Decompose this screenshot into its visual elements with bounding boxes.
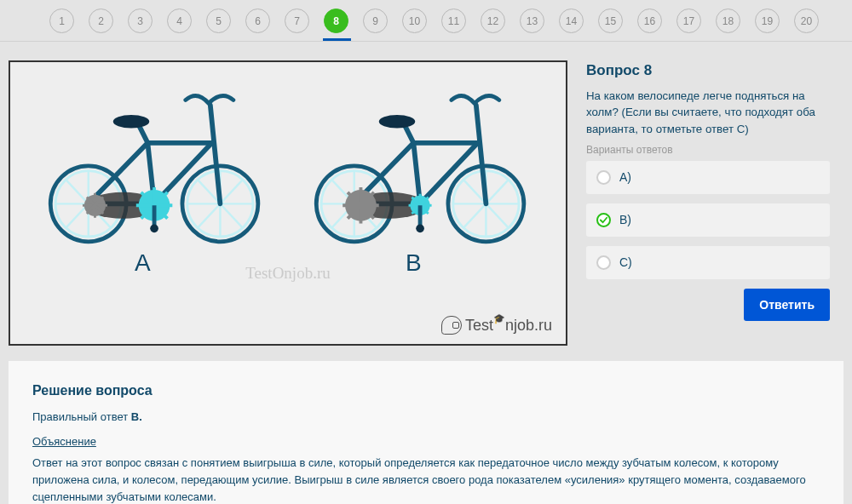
nav-question-17[interactable]: 17	[676, 9, 701, 33]
svg-line-15	[220, 203, 243, 228]
svg-line-54	[486, 179, 509, 203]
svg-point-27	[113, 115, 150, 128]
nav-question-12[interactable]: 12	[481, 9, 505, 33]
svg-line-22	[210, 105, 221, 203]
question-text: На каком велосипеде легче подняться на х…	[586, 88, 830, 137]
nav-question-3[interactable]: 3	[128, 9, 153, 33]
svg-line-17	[197, 203, 220, 228]
svg-point-40	[150, 225, 158, 233]
question-image-panel: A	[9, 60, 567, 346]
nav-question-2[interactable]: 2	[89, 9, 113, 33]
nav-question-19[interactable]: 19	[755, 9, 780, 33]
answer-option-c[interactable]: C)	[586, 246, 830, 279]
nav-question-9[interactable]: 9	[363, 9, 388, 33]
nav-question-16[interactable]: 16	[637, 9, 662, 33]
nav-question-10[interactable]: 10	[402, 9, 427, 33]
solution-panel: Решение вопроса Правильный ответ B. Объя…	[9, 361, 843, 504]
nav-question-4[interactable]: 4	[167, 9, 192, 33]
svg-point-68	[379, 115, 416, 128]
radio-icon	[596, 170, 611, 185]
question-title: Вопрос 8	[586, 62, 830, 79]
logo-text: Test	[465, 317, 493, 334]
solution-correct-line: Правильный ответ B.	[32, 410, 820, 423]
options-caption: Варианты ответов	[586, 144, 830, 156]
answer-option-a[interactable]: A)	[586, 161, 830, 194]
answer-label: B)	[619, 213, 631, 226]
bike-a: A	[27, 77, 285, 277]
svg-line-63	[476, 105, 486, 203]
answer-label: A)	[619, 170, 631, 184]
nav-question-5[interactable]: 5	[206, 9, 231, 33]
image-logo: Test🎓njob.ru	[19, 316, 557, 337]
nav-question-18[interactable]: 18	[716, 9, 740, 33]
nav-question-7[interactable]: 7	[285, 9, 309, 33]
graduation-cap-icon: 🎓	[493, 313, 505, 324]
nav-question-15[interactable]: 15	[598, 9, 623, 33]
nav-question-8[interactable]: 8	[324, 9, 348, 33]
bike-b: B	[293, 77, 550, 277]
svg-line-58	[463, 203, 486, 228]
bicycle-a-illustration	[32, 77, 279, 248]
solution-body: Ответ на этот вопрос связан с понятием в…	[32, 455, 820, 504]
answer-label: C)	[619, 255, 632, 269]
radio-icon	[596, 255, 611, 270]
nav-question-1[interactable]: 1	[49, 9, 74, 33]
solution-title: Решение вопроса	[32, 383, 820, 398]
svg-point-81	[416, 225, 424, 233]
brain-icon	[441, 316, 462, 335]
svg-line-13	[220, 179, 243, 203]
watermark-text: TestOnjob.ru	[19, 264, 557, 283]
submit-answer-button[interactable]: Ответить	[744, 289, 830, 321]
nav-question-20[interactable]: 20	[794, 9, 819, 33]
question-nav: 1234567891011121314151617181920	[0, 0, 852, 42]
nav-question-6[interactable]: 6	[245, 9, 270, 33]
question-sidebar: Вопрос 8 На каком велосипеде легче подня…	[586, 60, 830, 346]
answer-option-b[interactable]: B)	[586, 203, 830, 237]
svg-line-9	[66, 179, 89, 203]
solution-subheading: Объяснение	[32, 435, 820, 448]
nav-question-11[interactable]: 11	[441, 9, 466, 33]
svg-line-56	[486, 203, 509, 228]
radio-icon	[596, 213, 611, 227]
nav-question-14[interactable]: 14	[559, 9, 584, 33]
nav-question-13[interactable]: 13	[520, 9, 544, 33]
bicycle-b-illustration	[298, 77, 545, 248]
